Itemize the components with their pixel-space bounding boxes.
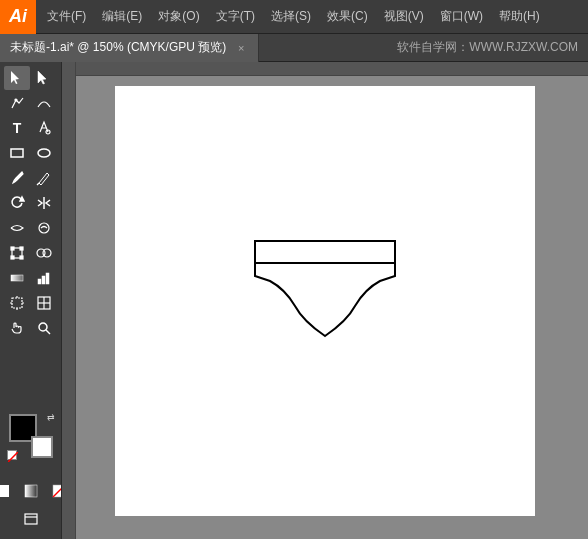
- warp-tool[interactable]: [31, 216, 57, 240]
- svg-rect-32: [0, 485, 9, 497]
- tab-title: 未标题-1.ai* @ 150% (CMYK/GPU 预览): [10, 39, 226, 56]
- left-toolbar: T: [0, 62, 62, 539]
- svg-rect-36: [25, 514, 37, 524]
- shape-builder-tool[interactable]: [31, 241, 57, 265]
- svg-rect-11: [11, 247, 14, 250]
- tool-row-transform: [0, 191, 61, 215]
- menu-window[interactable]: 窗口(W): [433, 4, 490, 29]
- paintbrush-tool[interactable]: [4, 166, 30, 190]
- extra-tools-row: [0, 479, 62, 503]
- pen-tool[interactable]: [4, 91, 30, 115]
- color-area: ⇄: [0, 410, 62, 535]
- tool-row-pen: [0, 91, 61, 115]
- touch-type-tool[interactable]: [31, 116, 57, 140]
- active-tab[interactable]: 未标题-1.ai* @ 150% (CMYK/GPU 预览) ×: [0, 34, 259, 62]
- main-layout: T: [0, 62, 588, 539]
- zoom-tool[interactable]: [31, 316, 57, 340]
- graph-tool[interactable]: [31, 266, 57, 290]
- svg-rect-18: [38, 279, 41, 284]
- swap-colors-icon[interactable]: ⇄: [47, 412, 55, 422]
- horizontal-ruler: [62, 62, 588, 76]
- selection-tool[interactable]: [4, 66, 30, 90]
- hand-tool[interactable]: [4, 316, 30, 340]
- website-info: 软件自学网：WWW.RJZXW.COM: [259, 39, 588, 56]
- svg-rect-21: [12, 298, 22, 308]
- svg-rect-13: [11, 256, 14, 259]
- color-mode-none[interactable]: [46, 479, 63, 503]
- svg-line-31: [8, 452, 18, 462]
- menu-file[interactable]: 文件(F): [40, 4, 93, 29]
- menu-view[interactable]: 视图(V): [377, 4, 431, 29]
- tool-row-width: [0, 216, 61, 240]
- stroke-color-swatch[interactable]: [31, 436, 53, 458]
- extra-tools: [0, 479, 62, 531]
- tool-row-navigate: [0, 316, 61, 340]
- menu-edit[interactable]: 编辑(E): [95, 4, 149, 29]
- svg-rect-14: [20, 256, 23, 259]
- menu-effect[interactable]: 效果(C): [320, 4, 375, 29]
- artboard-tool[interactable]: [4, 291, 30, 315]
- tool-row-freetransform: [0, 241, 61, 265]
- ellipse-tool[interactable]: [31, 141, 57, 165]
- tool-row-gradient: [0, 266, 61, 290]
- slice-tool[interactable]: [31, 291, 57, 315]
- color-swatches: ⇄: [9, 414, 53, 458]
- svg-line-30: [46, 330, 50, 334]
- svg-rect-17: [11, 275, 23, 281]
- menu-bar: 文件(F) 编辑(E) 对象(O) 文字(T) 选择(S) 效果(C) 视图(V…: [36, 0, 551, 33]
- pencil-tool[interactable]: [31, 166, 57, 190]
- svg-line-6: [37, 183, 39, 185]
- none-color-icon[interactable]: [7, 450, 17, 460]
- svg-rect-20: [46, 273, 49, 284]
- svg-point-2: [15, 99, 17, 101]
- change-screen-mode[interactable]: [18, 507, 44, 531]
- color-mode-fill[interactable]: [0, 479, 16, 503]
- svg-rect-12: [20, 247, 23, 250]
- svg-marker-0: [11, 71, 19, 84]
- type-tool[interactable]: T: [4, 116, 30, 140]
- artboard: [115, 86, 535, 516]
- tool-row-type: T: [0, 116, 61, 140]
- svg-marker-1: [38, 71, 46, 84]
- curvature-tool[interactable]: [31, 91, 57, 115]
- rectangle-tool[interactable]: [4, 141, 30, 165]
- free-transform-tool[interactable]: [4, 241, 30, 265]
- svg-rect-33: [25, 485, 37, 497]
- app-icon: Ai: [0, 0, 36, 34]
- tool-row-paint: [0, 166, 61, 190]
- tool-row-selection: [0, 66, 61, 90]
- tool-row-artboard: [0, 291, 61, 315]
- menu-select[interactable]: 选择(S): [264, 4, 318, 29]
- width-tool[interactable]: [4, 216, 30, 240]
- direct-selection-tool[interactable]: [31, 66, 57, 90]
- svg-point-9: [39, 223, 49, 233]
- svg-point-29: [39, 323, 47, 331]
- rotate-tool[interactable]: [4, 191, 30, 215]
- svg-point-16: [43, 249, 51, 257]
- gradient-tool[interactable]: [4, 266, 30, 290]
- canvas-area: [62, 62, 588, 539]
- color-mode-gradient[interactable]: [18, 479, 44, 503]
- menu-object[interactable]: 对象(O): [151, 4, 206, 29]
- screen-mode-row: [18, 507, 44, 531]
- svg-point-5: [38, 149, 50, 157]
- tool-row-shape: [0, 141, 61, 165]
- tab-close-button[interactable]: ×: [234, 41, 248, 55]
- menu-text[interactable]: 文字(T): [209, 4, 262, 29]
- svg-rect-19: [42, 276, 45, 284]
- vertical-ruler: [62, 62, 76, 539]
- top-bar: Ai 文件(F) 编辑(E) 对象(O) 文字(T) 选择(S) 效果(C) 视…: [0, 0, 588, 34]
- menu-help[interactable]: 帮助(H): [492, 4, 547, 29]
- svg-rect-4: [11, 149, 23, 157]
- shape-drawing: [225, 211, 425, 391]
- reflect-tool[interactable]: [31, 191, 57, 215]
- tab-bar: 未标题-1.ai* @ 150% (CMYK/GPU 预览) × 软件自学网：W…: [0, 34, 588, 62]
